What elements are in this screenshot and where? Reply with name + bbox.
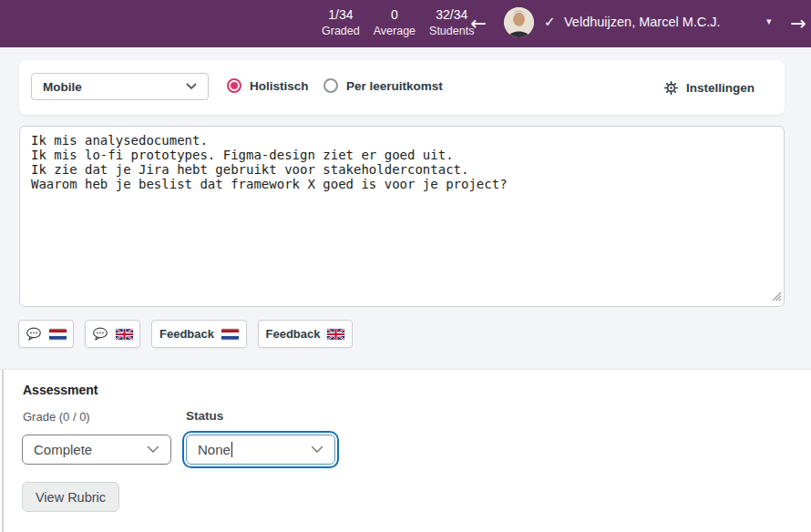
radio-selected-icon — [227, 78, 241, 93]
grade-select-value: Complete — [34, 442, 92, 457]
radio-per-leeruitkomst[interactable]: Per leeruitkomst — [323, 78, 443, 93]
radio-per-leeruitkomst-label: Per leeruitkomst — [346, 79, 443, 93]
stat-graded: 1/34 Graded — [322, 6, 360, 38]
rubric-select[interactable]: Mobile — [31, 73, 209, 100]
view-rubric-button[interactable]: View Rubric — [22, 482, 119, 512]
uk-flag-icon — [327, 329, 344, 340]
chevron-down-icon — [311, 445, 323, 454]
status-select-value: None — [198, 442, 231, 457]
netherlands-flag-icon — [221, 329, 239, 340]
grading-toolbar: Mobile Holistisch Per leeruitkomst Inste… — [19, 60, 785, 115]
average-value: 0 — [374, 6, 416, 24]
radio-holistisch[interactable]: Holistisch — [227, 78, 309, 93]
feedback-en-label: Feedback — [266, 327, 321, 341]
student-name-dropdown[interactable]: Veldhuijzen, Marcel M.C.J. — [564, 15, 721, 29]
text-cursor — [231, 442, 232, 457]
previous-student-arrow-icon[interactable]: ← — [465, 10, 492, 37]
rubric-select-value: Mobile — [43, 80, 82, 94]
graded-value: 1/34 — [322, 6, 360, 24]
grading-stats: 1/34 Graded 0 Average 32/34 Students — [322, 6, 474, 38]
grade-label: Grade (0 / 0) — [23, 410, 90, 424]
speech-bubble-icon — [92, 327, 108, 341]
radio-unselected-icon — [323, 78, 338, 93]
status-label: Status — [186, 409, 223, 423]
chevron-down-icon — [147, 445, 159, 454]
status-select[interactable]: None — [186, 435, 335, 465]
graded-label: Graded — [322, 24, 360, 38]
radio-holistisch-label: Holistisch — [250, 79, 309, 93]
settings-button[interactable]: Instellingen — [664, 60, 755, 115]
feedback-nl-button[interactable]: Feedback — [151, 320, 247, 348]
panel-left-divider — [2, 370, 4, 532]
feedback-en-button[interactable]: Feedback — [258, 320, 353, 348]
feedback-textarea[interactable]: Ik mis analysedocument. Ik mis lo-fi pro… — [19, 126, 785, 307]
top-navigation-bar: 1/34 Graded 0 Average 32/34 Students ← ✓… — [0, 0, 811, 47]
grade-select[interactable]: Complete — [22, 435, 171, 465]
student-avatar — [504, 7, 534, 37]
student-dropdown-caret-icon[interactable]: ▾ — [766, 15, 772, 27]
next-student-arrow-icon[interactable]: → — [785, 10, 811, 37]
gear-icon — [664, 81, 678, 95]
comment-nl-button[interactable] — [18, 320, 74, 348]
assessment-panel: Assessment Grade (0 / 0) Status Complete… — [0, 369, 811, 532]
uk-flag-icon — [116, 329, 133, 340]
assessment-title: Assessment — [23, 383, 98, 397]
netherlands-flag-icon — [49, 329, 67, 340]
stat-average: 0 Average — [374, 6, 416, 38]
average-label: Average — [374, 24, 416, 38]
chevron-down-icon — [186, 83, 197, 90]
graded-check-icon: ✓ — [544, 14, 556, 30]
feedback-nl-label: Feedback — [159, 327, 214, 341]
speech-bubble-icon — [26, 327, 42, 341]
comment-en-button[interactable] — [85, 320, 140, 348]
settings-label: Instellingen — [686, 81, 755, 95]
avatar-illustration — [504, 7, 534, 37]
